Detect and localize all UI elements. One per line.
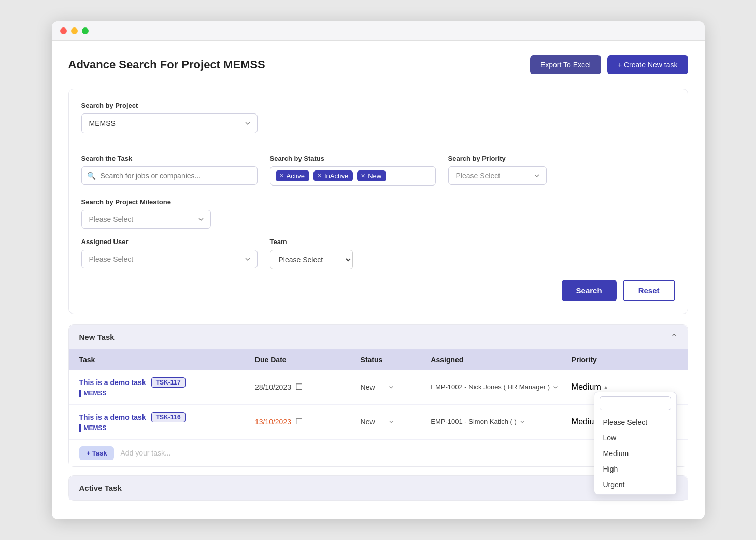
assigned-user-field: Assigned User Please Select [81, 238, 258, 269]
priority-option-urgent[interactable]: Urgent [594, 477, 676, 492]
minimize-button[interactable] [71, 27, 78, 34]
reset-button[interactable]: Reset [623, 280, 675, 301]
app-window: Advance Search For Project MEMSS Export … [52, 21, 705, 519]
priority-dropdown-1: Please Select Low Medium High Urgent [594, 392, 677, 495]
table-row: This is a demo task TSK-117 MEMSS 28/10/… [69, 370, 688, 405]
priority-search-field: Search by Priority Please Select Low Med… [448, 154, 547, 185]
task-link-1[interactable]: This is a demo task [79, 378, 146, 387]
team-select-wrap: Please Select [270, 250, 353, 269]
status-tag-new[interactable]: ✕ New [357, 170, 386, 181]
status-col-1: New Active InActive [361, 383, 431, 391]
divider [81, 145, 675, 145]
status-tag-inactive[interactable]: ✕ InActive [313, 170, 353, 181]
calendar-icon-2[interactable]: ☐ [295, 417, 303, 427]
team-label: Team [270, 238, 353, 246]
milestone-select[interactable]: Please Select [81, 210, 211, 229]
team-select[interactable]: Please Select [270, 250, 353, 269]
new-task-collapse-button[interactable]: ⌃ [671, 332, 677, 342]
search-icon: 🔍 [87, 172, 96, 180]
task-title-row-1: This is a demo task TSK-117 [79, 377, 255, 388]
priority-option-please-select[interactable]: Please Select [594, 415, 676, 430]
create-new-task-button[interactable]: + Create New task [607, 55, 688, 74]
priority-option-low[interactable]: Low [594, 430, 676, 446]
assigned-col-1: EMP-1002 - Nick Jones ( HR Manager ) [431, 383, 572, 391]
status-tag-active-remove[interactable]: ✕ [279, 173, 284, 179]
status-tag-active[interactable]: ✕ Active [276, 170, 309, 181]
close-button[interactable] [60, 27, 67, 34]
status-tag-new-label: New [368, 172, 381, 180]
priority-select[interactable]: Please Select Low Medium High Urgent [448, 166, 547, 185]
search-panel: Search by Project MEMSS Search the Task … [68, 89, 688, 314]
status-tag-active-label: Active [287, 172, 305, 180]
export-excel-button[interactable]: Export To Excel [530, 55, 601, 74]
search-row-2: Assigned User Please Select Team Please … [81, 238, 675, 269]
task-search-input[interactable] [81, 166, 258, 185]
status-search-label: Search by Status [270, 154, 436, 162]
due-date-text-2: 13/10/2023 [255, 418, 291, 426]
due-date-col-2: 13/10/2023 ☐ [255, 417, 361, 427]
add-task-button[interactable]: + Task [79, 446, 115, 460]
due-date-text-1: 28/10/2023 [255, 383, 291, 391]
col-status: Status [361, 356, 431, 364]
task-badge-2: TSK-116 [151, 412, 186, 422]
assigned-select-2[interactable]: EMP-1001 - Simon Katich ( ) [431, 418, 526, 425]
status-select-2[interactable]: New Active InActive [361, 418, 395, 426]
status-col-2: New Active InActive [361, 418, 431, 426]
milestone-search-label: Search by Project Milestone [81, 198, 211, 206]
team-field: Team Please Select [270, 238, 353, 269]
page-content: Advance Search For Project MEMSS Export … [52, 41, 705, 519]
header-buttons: Export To Excel + Create New task [530, 55, 688, 74]
col-due-date: Due Date [255, 356, 361, 364]
task-search-label: Search the Task [81, 154, 258, 162]
col-priority: Priority [572, 356, 677, 364]
action-row: Search Reset [81, 280, 675, 301]
active-task-section-title: Active Task [79, 484, 122, 492]
priority-select-wrap: Please Select Low Medium High Urgent [448, 166, 547, 185]
priority-option-medium[interactable]: Medium [594, 446, 676, 461]
col-assigned: Assigned [431, 356, 572, 364]
milestone-select-wrap: Please Select [81, 210, 211, 229]
status-tag-inactive-label: InActive [324, 172, 348, 180]
status-search-field: Search by Status ✕ Active ✕ InActive ✕ N [270, 154, 436, 186]
priority-col-1: Medium ▲ Please Select Low Medium High U… [572, 382, 677, 392]
project-select[interactable]: MEMSS [81, 113, 258, 133]
milestone-search-field: Search by Project Milestone Please Selec… [81, 198, 211, 229]
new-task-section-title: New Task [79, 333, 115, 342]
page-title: Advance Search For Project MEMSS [68, 58, 265, 72]
new-task-section-header: New Task ⌃ [69, 325, 688, 349]
status-tag-inactive-remove[interactable]: ✕ [317, 173, 322, 179]
status-tag-new-remove[interactable]: ✕ [361, 173, 365, 179]
task-badge-1: TSK-117 [151, 377, 186, 388]
due-date-col-1: 28/10/2023 ☐ [255, 382, 361, 392]
project-search-label: Search by Project [81, 102, 675, 109]
task-link-2[interactable]: This is a demo task [79, 413, 146, 421]
task-project-tag-2: MEMSS [79, 424, 255, 432]
calendar-icon-1[interactable]: ☐ [295, 382, 303, 392]
priority-dropdown-search-1[interactable] [600, 396, 671, 410]
status-select-1[interactable]: New Active InActive [361, 383, 395, 391]
col-task: Task [79, 356, 255, 364]
new-task-section: New Task ⌃ Task Due Date Status Assigned… [68, 324, 688, 467]
task-search-field: Search the Task 🔍 [81, 154, 258, 185]
task-title-row-2: This is a demo task TSK-116 [79, 412, 255, 422]
task-name-col-2: This is a demo task TSK-116 MEMSS [79, 412, 255, 432]
task-name-col-1: This is a demo task TSK-117 MEMSS [79, 377, 255, 397]
priority-chevron-1[interactable]: ▲ [603, 384, 609, 390]
page-header: Advance Search For Project MEMSS Export … [68, 55, 688, 74]
add-task-placeholder: Add your task... [120, 449, 170, 457]
priority-option-high[interactable]: High [594, 461, 676, 477]
assigned-user-select[interactable]: Please Select [81, 250, 258, 268]
maximize-button[interactable] [82, 27, 89, 34]
task-search-wrap: 🔍 [81, 166, 258, 185]
assigned-select-wrap: Please Select [81, 250, 258, 268]
assigned-select-1[interactable]: EMP-1002 - Nick Jones ( HR Manager ) [431, 383, 559, 391]
priority-search-label: Search by Priority [448, 154, 547, 162]
search-button[interactable]: Search [562, 280, 617, 301]
status-tags-container: ✕ Active ✕ InActive ✕ New [270, 166, 436, 186]
assigned-user-label: Assigned User [81, 238, 258, 246]
titlebar [52, 21, 705, 41]
task-project-tag-1: MEMSS [79, 390, 255, 397]
assigned-col-2: EMP-1001 - Simon Katich ( ) [431, 418, 572, 425]
project-search-section: Search by Project MEMSS [81, 102, 675, 133]
priority-text-1: Medium [572, 382, 601, 392]
